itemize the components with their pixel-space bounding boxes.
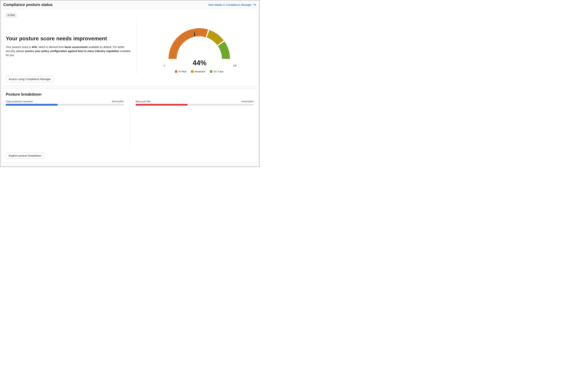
breakdown-bar-fill	[6, 104, 58, 106]
page-title: Compliance posture status	[3, 2, 53, 7]
gauge-segment	[218, 41, 230, 59]
score-description: Your posture score is 44%, which is deri…	[6, 45, 131, 57]
score-desc-bold1: basic assessment	[65, 45, 88, 49]
gauge-segment	[207, 30, 224, 45]
breakdown-header-row: Data protection baseline44%/100%	[6, 100, 124, 103]
breakdown-bar-track	[6, 104, 124, 106]
legend-label: At Risk	[178, 70, 186, 73]
view-details-link[interactable]: View details in Compliance Manager	[208, 3, 256, 6]
legend-item: At Risk	[175, 70, 186, 73]
legend-label: Moderate	[195, 70, 205, 73]
view-details-link-label: View details in Compliance Manager	[208, 3, 251, 6]
assess-button[interactable]: Assess using Compliance Manager	[6, 76, 54, 82]
breakdown-value: 44%/100%	[242, 100, 254, 103]
score-flex: Your posture score needs improvement You…	[6, 18, 254, 75]
gauge-legend: At RiskModerateOn Track	[175, 70, 224, 73]
legend-item: Moderate	[191, 70, 205, 73]
score-text-panel: Your posture score needs improvement You…	[6, 18, 137, 75]
legend-item: On Track	[210, 70, 224, 73]
breakdown-grid: Data protection baseline44%/100%Microsof…	[6, 100, 254, 148]
breakdown-footer: Explore posture breakdown	[6, 153, 254, 159]
score-desc-bold2: assess your policy configuration against…	[25, 50, 119, 53]
breakdown-column: Data protection baseline44%/100%	[6, 100, 130, 148]
score-heading: Your posture score needs improvement	[6, 35, 131, 42]
gauge-max-label: 100	[232, 64, 238, 67]
gauge-value: 44%	[193, 59, 206, 67]
score-gauge-panel: 0 44% 100 At RiskModerateOn Track	[137, 18, 254, 75]
breakdown-value: 44%/100%	[112, 100, 124, 103]
gauge-row: 0 44% 100	[163, 59, 236, 67]
breakdown-title: Posture breakdown	[6, 92, 254, 97]
page-header: Compliance posture status View details i…	[2, 1, 258, 9]
breakdown-label: Microsoft 365	[136, 100, 151, 103]
posture-score-card: At Risk Your posture score needs improve…	[2, 9, 258, 86]
legend-swatch	[191, 70, 194, 73]
score-card-footer: Assess using Compliance Manager	[6, 76, 254, 82]
legend-swatch	[175, 70, 177, 73]
page-frame: Compliance posture status View details i…	[0, 0, 259, 167]
gauge-segment	[169, 28, 208, 59]
gauge-svg	[165, 24, 234, 61]
score-desc-prefix: Your posture score is	[6, 45, 32, 49]
legend-label: On Track	[213, 70, 224, 73]
breakdown-label: Data protection baseline	[6, 100, 33, 103]
score-desc-mid1: , which is derived from	[37, 45, 65, 49]
explore-breakdown-button[interactable]: Explore posture breakdown	[6, 153, 44, 159]
score-desc-score: 44%	[32, 45, 37, 49]
legend-swatch	[210, 70, 212, 73]
risk-badge: At Risk	[6, 13, 17, 17]
breakdown-bar-fill	[136, 104, 188, 106]
gauge-min-label: 0	[162, 64, 167, 67]
card-top-row: At Risk	[6, 13, 254, 18]
arrow-right-icon	[253, 3, 256, 6]
breakdown-header-row: Microsoft 36544%/100%	[136, 100, 254, 103]
breakdown-bar-track	[136, 104, 254, 106]
breakdown-column: Microsoft 36544%/100%	[130, 100, 254, 148]
gauge-chart: 0 44% 100 At RiskModerateOn Track	[165, 24, 234, 73]
posture-breakdown-card: Posture breakdown Data protection baseli…	[2, 89, 258, 162]
